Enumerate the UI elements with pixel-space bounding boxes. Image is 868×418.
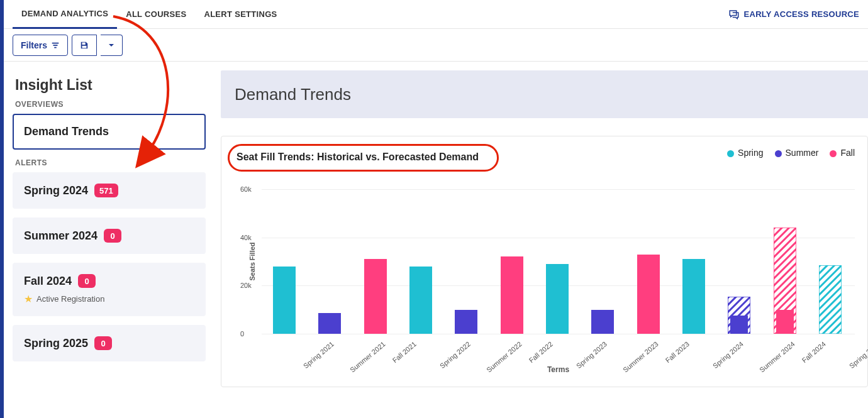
section-alerts-label: ALERTS <box>15 158 206 167</box>
alert-label: Fall 2024 <box>24 275 72 288</box>
bar <box>318 313 341 334</box>
x-tick: Fall 2022 <box>527 340 554 364</box>
bar <box>409 267 432 334</box>
tab-demand-analytics[interactable]: DEMAND ANALYTICS <box>13 0 117 29</box>
legend-summer: Summer <box>775 148 819 158</box>
insight-sidebar: Insight List OVERVIEWS Demand Trends ALE… <box>4 62 214 418</box>
save-icon <box>80 41 89 50</box>
chat-icon <box>728 9 740 20</box>
x-tick: Spring 2025 <box>848 340 868 370</box>
tab-all-courses[interactable]: ALL COURSES <box>117 0 195 29</box>
legend-spring: Spring <box>727 148 763 158</box>
y-tick: 0 <box>240 330 244 338</box>
chart-card: Seat Fill Trends: Historical vs. Forecas… <box>221 136 868 387</box>
alert-item[interactable]: Fall 20240★Active Registration <box>13 263 206 316</box>
y-axis-label: Seats Filled <box>248 242 256 280</box>
star-icon: ★ <box>24 293 33 305</box>
tab-bar: DEMAND ANALYTICS ALL COURSES ALERT SETTI… <box>4 0 868 29</box>
gridline <box>262 238 855 238</box>
panel-title: Demand Trends <box>235 85 351 104</box>
alert-count-badge: 0 <box>78 274 96 288</box>
legend-label: Fall <box>840 148 855 158</box>
bar <box>501 256 523 334</box>
early-access-label: EARLY ACCESS RESOURCE <box>743 9 859 19</box>
bar <box>819 265 842 334</box>
alert-count-badge: 571 <box>94 184 118 197</box>
tab-alert-settings[interactable]: ALERT SETTINGS <box>195 0 286 29</box>
y-tick: 40k <box>240 234 252 241</box>
bar <box>546 264 569 334</box>
legend-dot-summer <box>775 150 782 157</box>
early-access-link[interactable]: EARLY ACCESS RESOURCE <box>728 9 859 20</box>
main-panel: Demand Trends Seat Fill Trends: Historic… <box>214 62 868 418</box>
bar <box>455 310 477 334</box>
overview-item-demand-trends[interactable]: Demand Trends <box>13 114 206 150</box>
bar-overlay <box>776 310 794 334</box>
y-tick: 20k <box>240 282 252 289</box>
chart-subtitle-text: Seat Fill Trends: Historical vs. Forecas… <box>236 151 479 162</box>
filters-button[interactable]: Filters <box>13 35 68 56</box>
legend: Spring Summer Fall <box>727 148 855 158</box>
alert-count-badge: 0 <box>104 229 121 243</box>
caret-down-icon <box>108 42 114 48</box>
alert-count-badge: 0 <box>94 336 112 350</box>
filters-label: Filters <box>21 40 47 50</box>
legend-dot-fall <box>830 150 837 157</box>
alert-item[interactable]: Spring 2024571 <box>13 172 206 209</box>
bar <box>273 267 296 334</box>
svg-rect-10 <box>819 265 842 334</box>
bar <box>364 259 387 334</box>
x-tick: Fall 2021 <box>391 340 417 364</box>
overview-item-label: Demand Trends <box>24 125 194 138</box>
bar <box>591 310 614 334</box>
legend-label: Spring <box>738 148 763 158</box>
chart-subtitle: Seat Fill Trends: Historical vs. Forecas… <box>228 148 487 167</box>
gridline <box>262 189 855 190</box>
alert-label: Spring 2024 <box>24 184 88 197</box>
bar <box>637 255 660 334</box>
panel-header: Demand Trends <box>221 70 868 118</box>
legend-dot-spring <box>727 150 734 157</box>
y-tick: 60k <box>240 185 252 193</box>
alert-item[interactable]: Summer 20240 <box>13 217 206 254</box>
save-menu-button[interactable] <box>101 35 123 56</box>
alert-label: Summer 2024 <box>24 229 97 243</box>
legend-fall: Fall <box>830 148 855 158</box>
alert-label: Spring 2025 <box>24 337 88 350</box>
filter-icon <box>51 41 60 50</box>
toolbar: Filters <box>4 29 868 62</box>
legend-label: Summer <box>786 148 819 158</box>
x-tick: Fall 2024 <box>800 340 826 364</box>
sidebar-title: Insight List <box>15 77 206 94</box>
x-tick: Fall 2023 <box>664 340 690 364</box>
alert-item[interactable]: Spring 20250 <box>13 325 206 361</box>
svg-rect-1 <box>82 45 87 48</box>
bar-overlay <box>730 316 748 334</box>
section-overviews-label: OVERVIEWS <box>15 100 206 109</box>
active-registration-label: Active Registration <box>36 294 104 304</box>
gridline <box>262 334 855 334</box>
bar <box>682 259 705 334</box>
chart-plot-area: Seats Filled 020k40k60k <box>262 189 855 334</box>
x-axis: Terms Spring 2021Summer 2021Fall 2021Spr… <box>262 336 855 374</box>
svg-rect-0 <box>82 42 86 45</box>
save-button[interactable] <box>72 35 97 56</box>
